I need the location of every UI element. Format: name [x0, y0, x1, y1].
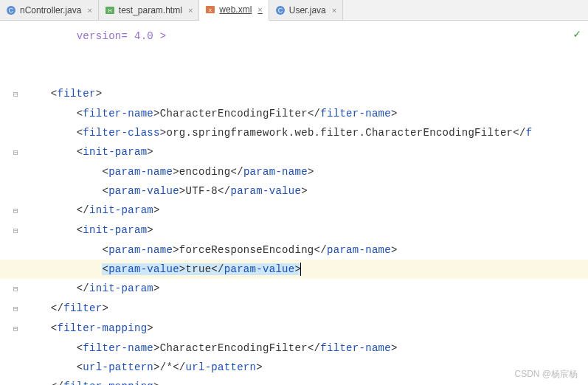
- code-line: <url-pattern>/*</url-pattern>: [0, 358, 588, 377]
- watermark-text: CSDN @杨宸杨: [514, 368, 578, 381]
- tab-label: User.java: [289, 5, 326, 15]
- code-line: <param-name>encoding</param-name>: [0, 162, 588, 181]
- tab-web-xml[interactable]: X web.xml ×: [199, 0, 269, 21]
- fold-icon[interactable]: ⊟: [13, 285, 18, 294]
- code-line: version= 4.0 >: [0, 27, 588, 46]
- svg-text:C: C: [278, 7, 283, 14]
- text-caret: [300, 263, 301, 276]
- tab-label: test_param.html: [119, 5, 182, 15]
- code-line: ⊟ <filter-mapping>: [0, 319, 588, 339]
- html-file-icon: H: [105, 5, 115, 15]
- fold-icon[interactable]: ⊟: [13, 90, 18, 99]
- fold-icon[interactable]: ⊟: [13, 305, 18, 313]
- close-icon[interactable]: ×: [257, 5, 262, 14]
- tab-test-param-html[interactable]: H test_param.html ×: [99, 0, 199, 20]
- fold-icon[interactable]: ⊟: [13, 148, 18, 157]
- code-line: ⊟ <init-param>: [0, 221, 588, 240]
- code-line: <param-value>UTF-8</param-value>: [0, 181, 588, 201]
- code-line: [0, 46, 588, 65]
- fold-icon[interactable]: ⊟: [13, 207, 18, 215]
- tab-label: web.xml: [219, 4, 252, 15]
- close-icon[interactable]: ×: [332, 6, 336, 15]
- editor-tab-bar: C nController.java × H test_param.html ×…: [0, 0, 588, 21]
- code-line: <filter-class>org.springframework.web.fi…: [0, 123, 588, 142]
- svg-text:C: C: [9, 7, 14, 14]
- code-line: ⊟ </filter-mapping>: [0, 377, 588, 385]
- xml-file-icon: X: [205, 4, 215, 15]
- code-editor[interactable]: version= 4.0 > ⊟ <filter> <filter-name>C…: [0, 21, 588, 385]
- close-icon[interactable]: ×: [87, 6, 91, 15]
- fold-icon[interactable]: ⊟: [13, 325, 18, 333]
- code-line: ⊟ </init-param>: [0, 201, 588, 221]
- java-class-icon: C: [275, 5, 286, 15]
- code-line: ⊟ </filter>: [0, 299, 588, 319]
- code-line: [0, 65, 588, 84]
- tab-label: nController.java: [20, 5, 81, 15]
- tab-ncontroller-java[interactable]: C nController.java ×: [0, 0, 99, 20]
- code-line: <param-name>forceResponseEncoding</param…: [0, 240, 588, 260]
- java-class-icon: C: [6, 5, 16, 15]
- svg-text:X: X: [209, 8, 212, 13]
- code-line-active: <param-value>true</param-value>: [0, 260, 588, 279]
- code-line: ⊟ <filter>: [0, 84, 588, 104]
- code-line: ⊟ </init-param>: [0, 279, 588, 299]
- code-line: <filter-name>CharacterEncodingFilter</fi…: [0, 339, 588, 358]
- svg-text:H: H: [108, 8, 111, 13]
- tab-user-java[interactable]: C User.java ×: [269, 0, 343, 20]
- fold-icon[interactable]: ⊟: [13, 226, 18, 235]
- code-line: <filter-name>CharacterEncodingFilter</fi…: [0, 104, 588, 123]
- code-line: ⊟ <init-param>: [0, 142, 588, 162]
- close-icon[interactable]: ×: [188, 6, 193, 15]
